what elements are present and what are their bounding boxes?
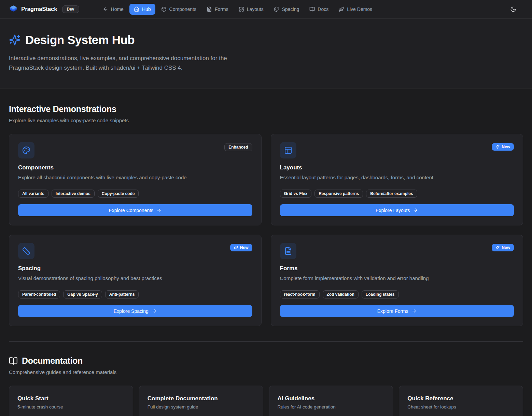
nav-item-docs[interactable]: Docs [305,4,333,15]
rocket-icon [339,6,344,12]
nav-item-label: Home [111,6,124,12]
nav-item-label: Forms [215,6,228,12]
arrow-right-icon [152,308,157,314]
new-badge-label: New [240,245,249,250]
feature-tag-row: Grid vs Flex Responsive patterns Before/… [280,190,514,198]
sparkles-icon [234,246,238,250]
new-badge: New [492,244,514,251]
card-description: Essential layout patterns for pages, das… [280,174,514,181]
nav-item-home[interactable]: Home [98,4,128,15]
doc-card-quick-reference[interactable]: Quick Reference Cheat sheet for lookups [399,386,523,416]
doc-card-subtitle: Rules for AI code generation [278,404,385,410]
feature-tag: Grid vs Flex [280,190,312,198]
main-nav: Home Hub Components Forms [98,4,377,15]
card-header: Enhanced [18,142,252,158]
new-badge: New [492,143,514,151]
doc-card-title: Complete Documentation [148,395,255,402]
nav-item-components[interactable]: Components [157,4,201,15]
doc-card-subtitle: 5-minute crash course [17,404,125,410]
sparkles-icon [495,145,500,149]
moon-icon [510,6,516,12]
nav-item-layouts[interactable]: Layouts [234,4,268,15]
docs-section-subtitle: Comprehensive guides and reference mater… [9,369,523,375]
card-description: Complete form implementations with valid… [280,275,514,282]
arrow-right-icon [413,208,418,213]
arrow-left-icon [103,6,108,12]
new-badge-label: New [502,245,510,250]
nav-item-label: Components [169,6,196,12]
new-badge: New [230,244,252,251]
nav-item-live-demos[interactable]: Live Demos [334,4,377,15]
layout-dashboard-icon [239,6,244,12]
env-badge: Dev [62,5,79,13]
demo-card-layouts: New Layouts Essential layout patterns fo… [271,134,523,225]
theme-toggle-button[interactable] [508,4,518,14]
sparkles-icon [495,246,500,250]
explore-button-label: Explore Forms [377,308,408,314]
card-header: New [280,243,514,259]
feature-tag: Parent-controlled [18,290,60,299]
top-navbar: PragmaStack Dev Home Hub Components [0,0,532,19]
nav-item-label: Hub [142,6,151,12]
docs-section-title: Documentation [9,356,523,366]
book-open-icon [309,6,315,12]
nav-item-label: Live Demos [347,6,372,12]
card-title: Forms [280,265,514,272]
feature-tag: Before/after examples [366,190,417,198]
nav-item-hub[interactable]: Hub [129,4,155,15]
enhanced-badge: Enhanced [224,143,252,151]
page-title-text: Design System Hub [25,33,135,47]
explore-forms-button[interactable]: Explore Forms [280,305,514,317]
nav-item-label: Layouts [247,6,264,12]
card-header: New [18,243,252,259]
feature-tag: Zod validation [323,290,359,299]
palette-icon [274,6,279,12]
demos-section-title: Interactive Demonstrations [9,104,523,114]
nav-item-spacing[interactable]: Spacing [269,4,304,15]
feature-tag: Anti-patterns [105,290,139,299]
ruler-icon [18,243,34,259]
doc-card-title: AI Guidelines [278,395,385,402]
explore-components-button[interactable]: Explore Components [18,204,252,216]
feature-tag: Gap vs Space-y [63,290,102,299]
home-icon [134,6,139,12]
book-open-icon [9,357,18,365]
page-title: Design System Hub [9,33,523,47]
brand-name: PragmaStack [21,6,57,13]
panels-top-left-icon [280,142,296,158]
explore-spacing-button[interactable]: Explore Spacing [18,305,252,317]
card-header: New [280,142,514,158]
demo-card-components: Enhanced Components Explore all shadcn/u… [9,134,262,225]
card-title: Layouts [280,164,514,171]
feature-tag: Loading states [362,290,399,299]
doc-card-subtitle: Full design system guide [148,404,255,410]
new-badge-label: New [502,144,510,149]
doc-card-complete-documentation[interactable]: Complete Documentation Full design syste… [139,386,263,416]
demo-card-spacing: New Spacing Visual demonstrations of spa… [9,235,262,326]
card-title: Components [18,164,252,171]
main-content: Interactive Demonstrations Explore live … [0,88,532,416]
doc-card-title: Quick Reference [407,395,515,402]
nav-item-label: Spacing [282,6,299,12]
doc-card-ai-guidelines[interactable]: AI Guidelines Rules for AI code generati… [269,386,393,416]
nav-item-forms[interactable]: Forms [202,4,233,15]
file-text-icon [280,243,296,259]
card-description: Explore all shadcn/ui components with li… [18,174,252,181]
demo-card-forms: New Forms Complete form implementations … [271,235,523,326]
arrow-right-icon [156,208,162,213]
feature-tag: Interactive demos [52,190,95,198]
feature-tag: Copy-paste code [98,190,139,198]
doc-card-quick-start[interactable]: Quick Start 5-minute crash course [9,386,133,416]
demos-section-subtitle: Explore live examples with copy-paste co… [9,117,523,123]
feature-tag: Responsive patterns [314,190,363,198]
palette-icon [18,142,34,158]
arrow-right-icon [411,308,417,314]
feature-tag-row: All variants Interactive demos Copy-past… [18,190,252,198]
nav-item-label: Docs [318,6,328,12]
doc-card-subtitle: Cheat sheet for lookups [407,404,515,410]
explore-layouts-button[interactable]: Explore Layouts [280,204,514,216]
docs-section-title-text: Documentation [22,356,83,366]
explore-button-label: Explore Components [109,208,153,213]
explore-button-label: Explore Spacing [114,308,149,314]
brand[interactable]: PragmaStack [9,5,57,14]
